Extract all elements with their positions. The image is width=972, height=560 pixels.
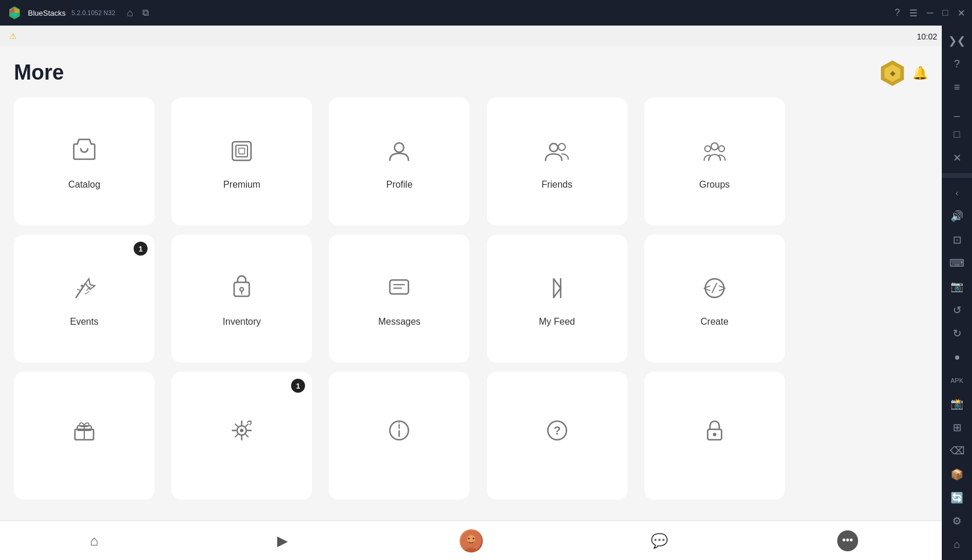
menu-item-messages[interactable]: Messages	[329, 235, 469, 362]
groups-icon	[700, 136, 730, 170]
sidebar-question-btn[interactable]: ?	[945, 53, 969, 74]
sidebar-rotate-left-btn[interactable]: ↺	[945, 300, 969, 321]
sidebar-eraser-btn[interactable]: ⌫	[945, 440, 969, 461]
svg-point-11	[711, 143, 718, 150]
lock-icon	[700, 415, 730, 450]
sidebar-settings-btn[interactable]: ⚙	[945, 511, 969, 532]
header-actions: ◆ 🔔	[880, 60, 928, 86]
notification-bar: ⚠	[0, 26, 942, 46]
menu-item-settings2[interactable]: 1	[171, 372, 312, 500]
menu-item-profile[interactable]: Profile	[329, 98, 469, 225]
menu-item-inventory[interactable]: Inventory	[171, 235, 312, 362]
sidebar-refresh-btn[interactable]: 🔄	[945, 487, 969, 508]
menu-item-info[interactable]: i	[329, 372, 469, 500]
menu-item-create[interactable]: </> Create	[644, 235, 785, 362]
menu-item-events[interactable]: 1 Events	[14, 235, 155, 362]
logo-icon	[7, 5, 22, 20]
page-title: More	[14, 60, 64, 85]
menu-item-friends[interactable]: Friends	[487, 98, 627, 225]
svg-point-31	[240, 429, 243, 432]
sidebar-package-btn[interactable]: 📦	[945, 464, 969, 484]
sidebar-rotate-right-btn[interactable]: ↻	[945, 323, 969, 344]
menu-icon[interactable]: ☰	[909, 8, 917, 19]
titlebar-controls: ? ☰ ─ □ ✕	[895, 8, 965, 19]
myfeed-label: My Feed	[539, 317, 575, 327]
sidebar-home2-btn[interactable]: ⌂	[945, 534, 969, 555]
menu-item-gift[interactable]	[14, 372, 155, 500]
bottom-nav-chat[interactable]: 💬	[565, 533, 754, 549]
titlebar: BlueStacks 5.2.0.1052 N32 ⌂ ⧉ ? ☰ ─ □ ✕	[0, 0, 972, 26]
titlebar-nav: ⌂ ⧉	[127, 7, 149, 19]
premium-icon	[227, 136, 257, 170]
svg-rect-6	[236, 145, 248, 157]
menu-item-lock[interactable]	[644, 372, 785, 500]
svg-text:?: ?	[553, 424, 560, 437]
svg-line-18	[77, 289, 81, 290]
svg-rect-7	[239, 148, 245, 154]
svg-rect-22	[390, 280, 408, 294]
menu-item-help[interactable]: ?	[487, 372, 627, 500]
page-content: More ◆ 🔔	[0, 46, 942, 520]
bottom-nav-avatar[interactable]	[376, 529, 565, 552]
svg-line-17	[85, 292, 89, 294]
create-icon: </>	[700, 273, 730, 307]
svg-point-9	[550, 143, 558, 152]
maximize-icon[interactable]: □	[942, 8, 948, 18]
sidebar-close-btn[interactable]: ✕	[945, 148, 969, 168]
bottom-nav-play[interactable]: ▶	[188, 533, 376, 549]
close-icon[interactable]: ✕	[957, 8, 965, 19]
inventory-label: Inventory	[223, 317, 261, 327]
windows-nav-icon[interactable]: ⧉	[142, 8, 149, 18]
info-icon: i	[384, 415, 414, 450]
svg-line-36	[235, 424, 238, 426]
menu-item-myfeed[interactable]: My Feed	[487, 235, 627, 362]
app-title: BlueStacks	[28, 9, 66, 17]
catalog-icon	[69, 136, 99, 170]
events-badge: 1	[134, 242, 148, 256]
chat-icon: 💬	[651, 533, 668, 549]
sidebar-apk-btn[interactable]: APK	[945, 370, 969, 391]
menu-item-catalog[interactable]: Catalog	[14, 98, 155, 225]
inventory-icon	[227, 273, 257, 307]
svg-text:i: i	[398, 421, 400, 430]
sidebar-minimize-btn[interactable]: _	[945, 100, 969, 121]
middle-row: ⚠ 10:02 More ◆ 🔔	[0, 26, 972, 560]
page-header: More ◆ 🔔	[14, 60, 928, 86]
sidebar-split-btn[interactable]: ⊞	[945, 417, 969, 438]
right-sidebar: ❯❮ ? ≡ _ □ ✕ ‹ 🔊 ⊡ ⌨ 📷 ↺ ↻ ⏺ APK 📸 ⊞ ⌫ 📦…	[942, 26, 972, 560]
sidebar-square-btn[interactable]: □	[945, 124, 969, 145]
sidebar-keyboard-btn[interactable]: ⌨	[945, 253, 969, 274]
svg-point-12	[705, 146, 711, 152]
friends-icon	[542, 136, 572, 170]
settings2-badge: 1	[291, 379, 305, 393]
svg-point-49	[468, 537, 469, 539]
svg-line-38	[246, 424, 248, 426]
sidebar-expand-btn[interactable]: ❯❮	[945, 30, 969, 51]
friends-label: Friends	[541, 180, 572, 190]
sidebar-volume-btn[interactable]: 🔊	[945, 206, 969, 227]
help-icon: ?	[542, 415, 572, 450]
svg-text:</>: </>	[703, 281, 726, 295]
create-label: Create	[701, 317, 729, 327]
notification-bell-icon[interactable]: 🔔	[912, 66, 928, 81]
home-nav-icon[interactable]: ⌂	[127, 7, 133, 19]
sidebar-lines-btn[interactable]: ≡	[945, 77, 969, 98]
bottom-nav-home[interactable]: ⌂	[0, 533, 188, 549]
myfeed-icon	[542, 273, 572, 307]
sidebar-camera-btn[interactable]: 📸	[945, 393, 969, 414]
sidebar-display-btn[interactable]: ⊡	[945, 229, 969, 250]
sidebar-macro-btn[interactable]: ⏺	[945, 346, 969, 367]
bottom-nav-more[interactable]: •••	[754, 530, 942, 551]
menu-grid: Catalog Premium	[14, 98, 792, 500]
svg-point-8	[394, 143, 404, 152]
profile-label: Profile	[386, 180, 413, 190]
help-icon[interactable]: ?	[895, 8, 900, 18]
menu-item-groups[interactable]: Groups	[644, 98, 785, 225]
sidebar-expand-arrow-btn[interactable]: ‹	[945, 182, 969, 203]
events-label: Events	[70, 317, 99, 327]
menu-item-premium[interactable]: Premium	[171, 98, 312, 225]
sidebar-screenshot-btn[interactable]: 📷	[945, 276, 969, 297]
coin-badge[interactable]: ◆	[880, 60, 905, 86]
minimize-icon[interactable]: ─	[927, 8, 933, 18]
home-icon: ⌂	[90, 533, 99, 549]
